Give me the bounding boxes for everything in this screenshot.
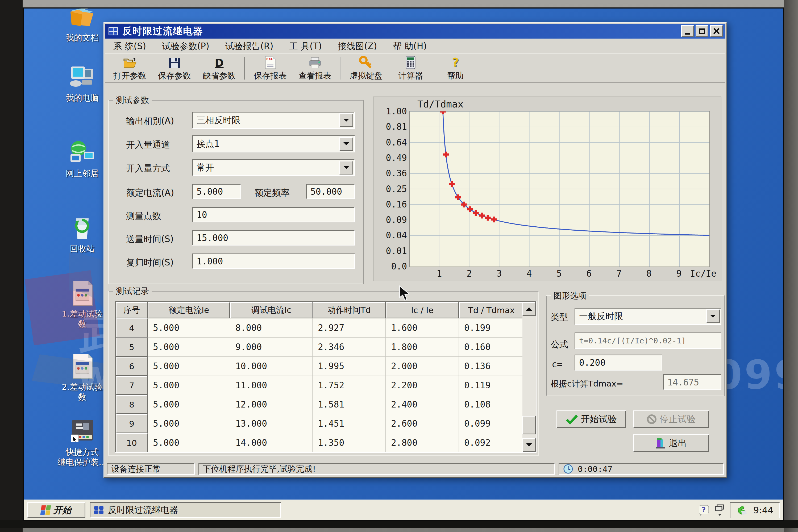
title-bar[interactable]: 反时限过流继电器 (105, 24, 725, 39)
menu-test-report[interactable]: 试验报告(R) (217, 39, 281, 54)
table-row[interactable]: 65.00010.0001.9952.0000.136 (116, 357, 536, 376)
save-params-button[interactable]: 保存参数 (152, 55, 197, 82)
scroll-up-button[interactable] (522, 302, 536, 316)
stop-icon (646, 414, 657, 424)
chevron-down-icon[interactable] (706, 309, 720, 323)
save-report-button[interactable]: EXL 保存报表 (248, 55, 292, 82)
row-index-cell: 6 (116, 357, 148, 376)
check-icon (566, 414, 578, 424)
clock-icon (563, 464, 573, 474)
default-params-icon: D (215, 55, 224, 69)
system-tray: ? 9:44 (698, 502, 780, 518)
data-cell: 13.000 (230, 414, 312, 433)
help-button[interactable]: ? 帮助 (433, 55, 478, 82)
minimize-button[interactable] (681, 25, 694, 37)
chevron-down-icon[interactable] (339, 113, 353, 127)
start-button[interactable]: 开始 (27, 502, 86, 518)
col-header-index[interactable]: 序号 (116, 302, 148, 318)
row-index-cell: 7 (116, 376, 148, 395)
data-cell: 1.995 (312, 357, 386, 376)
y-tick-label: 0.25 (378, 184, 407, 194)
y-tick-label: 0.81 (378, 121, 407, 132)
c-field[interactable]: 0.200 (574, 355, 662, 370)
status-message: 下位机程序执行完毕,试验完成! (198, 463, 555, 475)
rated-current-field[interactable]: 5.000 (192, 184, 241, 199)
network-places-icon (68, 139, 96, 166)
menu-wiring-diagram[interactable]: 接线图(Z) (330, 39, 385, 54)
monitor-bezel-right (784, 0, 798, 532)
tray-clock: 9:44 (753, 505, 774, 515)
col-header-action-time[interactable]: 动作时间Td (312, 302, 386, 318)
open-params-button[interactable]: 打开参数 (108, 55, 152, 82)
shortcut-icon (68, 418, 96, 445)
maximize-button[interactable] (696, 25, 708, 37)
formula-label: 公式 (551, 339, 568, 350)
chevron-down-icon[interactable] (339, 161, 353, 174)
data-cell: 1.581 (312, 395, 386, 414)
tray-help-icon[interactable]: ? (698, 504, 710, 516)
calculator-button[interactable]: 计算器 (388, 55, 433, 82)
input-mode-select[interactable]: 常开 (192, 159, 355, 176)
y-tick-label: 0.04 (378, 230, 407, 241)
triangle-up-icon (526, 304, 532, 311)
points-field[interactable]: 10 (192, 207, 355, 222)
x-tick-label: 9 (676, 268, 682, 279)
view-report-button[interactable]: 查看报表 (292, 55, 337, 82)
x-tick-label: 6 (587, 268, 592, 279)
menu-tools[interactable]: 工 具(T) (281, 39, 330, 54)
col-header-td-tdmax[interactable]: Td / Tdmax (459, 302, 524, 318)
table-row[interactable]: 45.0008.0002.9271.6000.199 (116, 318, 536, 338)
col-header-test-current[interactable]: 调试电流Ic (230, 302, 312, 318)
triangle-down-icon (526, 443, 532, 450)
status-timer: 0:00:47 (558, 463, 724, 475)
table-row[interactable]: 105.00014.0001.3502.8000.092 (116, 433, 536, 453)
stop-test-button[interactable]: 停止试验 (633, 411, 709, 428)
col-header-rated-current[interactable]: 额定电流Ie (148, 302, 230, 318)
taskbar-task-relay-app[interactable]: 反时限过流继电器 (90, 502, 281, 518)
monitor-bezel-left (0, 0, 23, 532)
reset-time-field[interactable]: 1.000 (192, 253, 355, 269)
formula-field: t=0.14c/[(I/Ie)^0.02-1] (574, 332, 721, 349)
table-scrollbar[interactable] (522, 302, 536, 452)
output-phase-select[interactable]: 三相反时限 (192, 112, 355, 129)
x-tick-label: 3 (497, 268, 502, 279)
app-window: 反时限过流继电器 系 统(S) 试验参数(P) 试验报告(R) 工 具(T) 接… (103, 22, 727, 478)
data-cell: 1.752 (312, 376, 386, 395)
start-test-button[interactable]: 开始试验 (556, 411, 626, 428)
printer-icon (308, 55, 322, 69)
document-icon (68, 280, 96, 306)
table-row[interactable]: 75.00011.0001.7522.2000.119 (116, 376, 536, 395)
output-phase-label: 输出相别(A) (126, 115, 174, 127)
tray-display-icon[interactable] (715, 504, 725, 517)
save-icon (168, 55, 180, 69)
app-icon (94, 506, 104, 515)
reset-time-label: 复归时间(S) (126, 257, 174, 269)
curve-type-select[interactable]: 一般反时限 (574, 308, 721, 325)
minimize-icon (685, 33, 690, 35)
data-cell: 1.350 (312, 433, 386, 453)
rated-freq-field[interactable]: 50.000 (306, 184, 355, 199)
maximize-icon (699, 28, 705, 34)
table-row[interactable]: 95.00013.0001.4512.6000.099 (116, 414, 536, 433)
menu-help[interactable]: 帮 助(H) (385, 39, 435, 54)
data-cell: 0.092 (459, 433, 524, 453)
col-header-ic-ie[interactable]: Ic / Ie (386, 302, 459, 318)
default-params-button[interactable]: D 缺省参数 (197, 55, 242, 82)
table-row[interactable]: 85.00012.0001.5812.4000.108 (116, 395, 536, 414)
menu-test-params[interactable]: 试验参数(P) (154, 39, 217, 54)
input-channel-select[interactable]: 接点1 (192, 135, 355, 152)
close-button[interactable] (710, 25, 723, 37)
scrollbar-thumb[interactable] (522, 416, 536, 434)
data-cell: 2.927 (312, 318, 386, 338)
virtual-keyboard-button[interactable]: 虚拟键盘 (344, 55, 388, 82)
data-cell: 5.000 (148, 433, 230, 453)
chart-panel: Td/Tdmax 1.000.810.640.490.360.250.160.0… (373, 97, 721, 281)
scroll-down-button[interactable] (522, 438, 536, 452)
table-row[interactable]: 55.0009.0002.3461.8000.160 (116, 338, 536, 357)
exit-button[interactable]: 退出 (633, 434, 709, 452)
menu-system[interactable]: 系 统(S) (105, 39, 154, 54)
inject-time-field[interactable]: 15.000 (192, 230, 355, 246)
tray-status-icon[interactable] (736, 504, 748, 516)
chevron-down-icon[interactable] (339, 137, 353, 151)
open-folder-icon (123, 55, 137, 69)
